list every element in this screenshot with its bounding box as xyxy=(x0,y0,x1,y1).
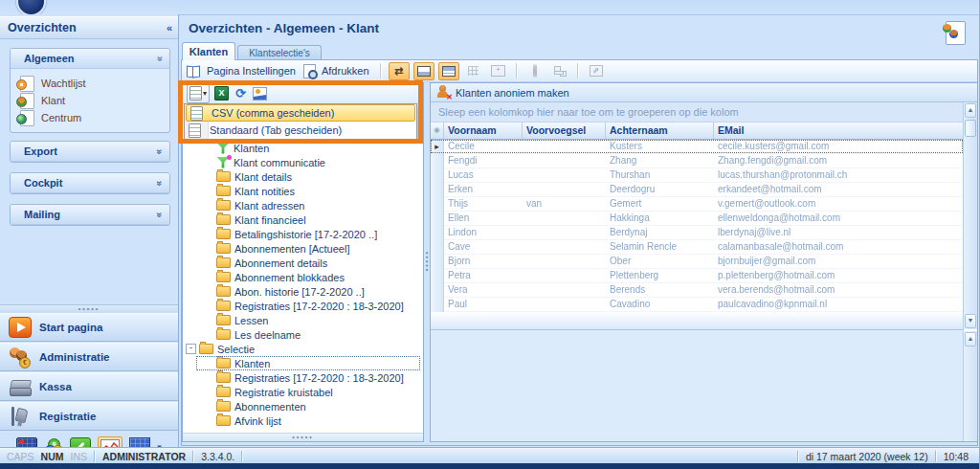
tree-bottom-splitter[interactable]: ••••• xyxy=(183,433,423,441)
table-row[interactable]: Lucas Thurshan lucas.thurshan@protonmail… xyxy=(431,168,964,183)
tree-item[interactable]: Klant financieel xyxy=(183,212,423,227)
menu-item-standaard[interactable]: Standaard (Tab gescheiden) xyxy=(185,122,416,139)
table-row[interactable]: ▸ Cecile Kusters cecile.kusters@gmail.co… xyxy=(431,140,964,154)
table-row[interactable]: Erken Deerdogru erkandeet@hotmail.com xyxy=(431,183,964,197)
cell-achternaam: Gemert xyxy=(606,197,714,212)
column-header-achternaam[interactable]: Achternaam xyxy=(606,123,714,139)
column-header-email[interactable]: EMail xyxy=(714,123,964,139)
group-header-export[interactable]: Export » xyxy=(11,142,169,162)
nav-label: Start pagina xyxy=(39,322,102,333)
fit-screen-button[interactable]: + xyxy=(488,62,509,80)
table-row[interactable]: Lindon Berdynaj lberdynaj@live.nl xyxy=(431,226,964,240)
table-row[interactable]: Fengdi Zhang Zhang.fengdi@gmail.com xyxy=(431,154,964,168)
tree-item[interactable]: Registratie kruistabel xyxy=(183,385,423,399)
tree-item[interactable]: Registraties [17-2-2020 : 18-3-2020] xyxy=(183,370,423,385)
cell-voorvoegsel xyxy=(523,255,606,269)
sidebar-item-centrum[interactable]: Centrum xyxy=(20,109,169,126)
tree-item[interactable]: Lessen xyxy=(183,313,423,327)
flip-rows-icon: ⇄ xyxy=(394,65,403,78)
page-title: Overzichten - Algemeen - Klant xyxy=(189,21,379,35)
print-button[interactable]: Afdrukken xyxy=(322,65,369,77)
refresh-button[interactable]: ⟳ xyxy=(234,86,248,100)
page-settings-button[interactable]: Pagina Instellingen xyxy=(207,65,296,77)
group-by-bar[interactable]: Sleep een kolomkop hier naar toe om te g… xyxy=(431,102,964,123)
tree-item[interactable]: Klanten xyxy=(183,356,423,370)
excel-export-button[interactable]: X xyxy=(214,86,229,100)
table-row[interactable]: Ellen Hakkinga ellenweldonga@hotmail.com xyxy=(431,212,964,226)
navigator-button[interactable]: ⇗ xyxy=(586,62,607,80)
flip-rows-button[interactable]: ⇄ xyxy=(389,62,410,80)
nav-kassa[interactable]: Kassa xyxy=(0,372,178,401)
cell-voornaam: Cave xyxy=(444,240,523,255)
nav-label: Kassa xyxy=(39,381,72,392)
nav-start-pagina[interactable]: Start pagina xyxy=(0,313,178,342)
collapse-rows-button[interactable] xyxy=(524,62,546,80)
tree-item[interactable]: Klant details xyxy=(183,169,423,184)
column-header-voornaam[interactable]: Voornaam xyxy=(444,123,523,139)
app-orb-button[interactable] xyxy=(16,0,46,15)
cell-email: v.gemert@outlook.com xyxy=(714,197,964,212)
row-indicator xyxy=(431,212,444,226)
tree-item[interactable]: Abonnement details xyxy=(183,256,423,270)
tree-item[interactable]: Abon. historie [17-2-2020 ..] xyxy=(183,284,423,299)
scroll-down-button[interactable]: ▼ xyxy=(965,314,976,328)
tree-item-icon xyxy=(216,272,231,282)
hierarchy-button[interactable] xyxy=(549,62,570,80)
tree-item[interactable]: Klant notities xyxy=(183,184,423,198)
scroll-thumb[interactable] xyxy=(965,120,976,137)
table-row[interactable]: Cave Selamin Rencle calamanbasale@hotmai… xyxy=(431,240,964,255)
application-window: Overzichten « Algemeen « Wachtlijst Klan… xyxy=(0,0,980,469)
grid-vertical-scrollbar[interactable]: ▲ ▼ xyxy=(963,102,977,329)
tree-item[interactable]: - Selectie xyxy=(183,342,423,356)
tree-item[interactable]: Abonnementen xyxy=(183,399,423,413)
tree-item[interactable]: Les deelname xyxy=(183,327,423,342)
cell-achternaam: Berdynaj xyxy=(606,226,714,240)
nav-administratie[interactable]: € Administratie xyxy=(0,343,178,371)
tree-item[interactable]: Abonnementen [Actueel] xyxy=(183,241,423,256)
status-time: 10:48 xyxy=(937,451,980,462)
cell-voorvoegsel xyxy=(523,240,606,255)
cell-voornaam: Cecile xyxy=(444,140,523,154)
table-row[interactable]: Thijs van Gemert v.gemert@outlook.com xyxy=(431,197,964,212)
tab-klanten[interactable]: Klanten xyxy=(182,42,235,60)
nav-registratie[interactable]: Registratie xyxy=(0,402,178,431)
group-header-cockpit[interactable]: Cockpit » xyxy=(11,173,169,193)
cell-email: calamanbasale@hotmail.com xyxy=(714,240,964,255)
scroll-up-button[interactable]: ▲ xyxy=(965,103,976,118)
sidebar-collapse-button[interactable]: « xyxy=(161,22,178,34)
tree-item[interactable]: Abonnement blokkades xyxy=(183,270,423,284)
grid-rows: ▸ Cecile Kusters cecile.kusters@gmail.co… xyxy=(431,140,964,312)
fit-screen-icon: + xyxy=(491,65,505,77)
table-row[interactable]: Vera Berends vera.berends@hotmail.com xyxy=(431,283,964,298)
group-header-mailing[interactable]: Mailing » xyxy=(11,205,169,225)
tab-klantselecties[interactable]: Klantselectie's xyxy=(237,45,322,59)
table-row[interactable]: Petra Plettenberg p.plettenberg@hotmail.… xyxy=(431,269,964,283)
sidebar-item-klant[interactable]: Klant xyxy=(20,92,169,109)
info-vertical-scrollbar[interactable]: ▲ xyxy=(963,331,977,441)
export-file-icon xyxy=(189,86,202,100)
table-row[interactable]: Bjorn Ober bjornbuijer@gmail.com xyxy=(431,255,964,269)
report-people-icon[interactable] xyxy=(946,21,966,45)
tree-item[interactable]: Klanten xyxy=(183,141,423,155)
cell-email: ellenweldonga@hotmail.com xyxy=(714,212,964,226)
tree-item[interactable]: Klant communicatie xyxy=(183,155,423,169)
scroll-up-button[interactable]: ▲ xyxy=(965,332,976,346)
tree-item[interactable]: Afvink lijst xyxy=(183,413,423,428)
export-file-button[interactable]: ▾ xyxy=(187,84,210,103)
tree-expander[interactable]: - xyxy=(186,344,196,354)
panel-top-button[interactable] xyxy=(438,62,459,80)
tree-item-label: Klanten xyxy=(234,143,269,154)
image-export-button[interactable] xyxy=(253,86,267,100)
menu-item-csv[interactable]: CSV (comma gescheiden) xyxy=(186,104,415,122)
tree-item[interactable]: Klant adressen xyxy=(183,198,423,212)
tree-item[interactable]: Registraties [17-2-2020 : 18-3-2020] xyxy=(183,299,423,313)
column-header-voorvoegsel[interactable]: Voorvoegsel xyxy=(523,123,606,139)
tree-item[interactable]: Betalingshistorie [17-2-2020 ..] xyxy=(183,227,423,241)
sidebar-item-wachtlijst[interactable]: Wachtlijst xyxy=(20,75,169,92)
grid-lines-button[interactable] xyxy=(463,62,484,80)
group-header-algemeen[interactable]: Algemeen « xyxy=(11,49,169,69)
panel-bottom-button[interactable] xyxy=(413,62,434,80)
tree-item-icon xyxy=(216,200,231,211)
table-row[interactable]: Paul Cavadino paulcavadino@kpnmail.nl xyxy=(431,298,964,312)
tree-item-icon xyxy=(216,243,231,254)
